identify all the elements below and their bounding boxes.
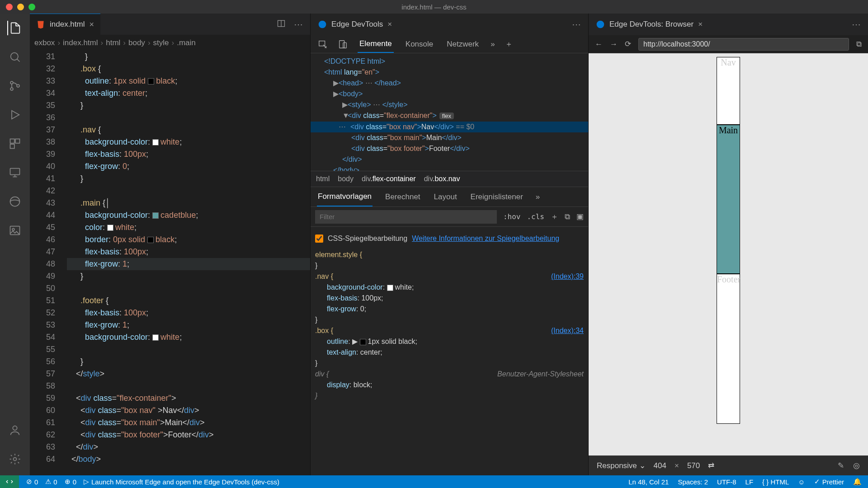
prettier-status[interactable]: ✓ Prettier (814, 478, 844, 486)
forward-icon[interactable]: → (610, 40, 618, 49)
svg-rect-17 (343, 42, 346, 48)
open-external-icon[interactable]: ⧉ (856, 40, 862, 49)
run-debug-icon[interactable] (8, 108, 22, 122)
remote-explorer-icon[interactable] (8, 165, 22, 180)
browser-tab[interactable]: Edge DevTools: Browser × (589, 14, 710, 35)
close-icon[interactable]: × (698, 20, 703, 29)
language-mode[interactable]: { } HTML (762, 478, 789, 486)
mirror-label: CSS-Spiegelbearbeitung (328, 233, 407, 244)
image-icon[interactable] (8, 223, 22, 238)
hov-toggle[interactable]: :hov (503, 212, 521, 221)
dom-breadcrumb[interactable]: htmlbodydiv.flex-containerdiv.box.nav (311, 171, 588, 187)
screenshot-icon[interactable]: ✎ (838, 461, 844, 470)
dom-crumb[interactable]: body (338, 175, 354, 183)
eol[interactable]: LF (745, 478, 754, 486)
indent-setting[interactable]: Spaces: 2 (678, 478, 708, 486)
breadcrumb-item[interactable]: body (128, 38, 145, 47)
dom-crumb[interactable]: div.flex-container (362, 175, 416, 183)
explorer-icon[interactable] (7, 21, 22, 35)
console-tab[interactable]: Konsole (404, 36, 435, 52)
breadcrumb-item[interactable]: index.html (63, 38, 98, 47)
device-select[interactable]: Responsive ⌄ (597, 461, 646, 470)
editor-tab-index[interactable]: index.html × (30, 14, 100, 35)
warnings-count[interactable]: ⚠ 0 (45, 478, 57, 486)
notifications-icon[interactable]: 🔔 (853, 478, 862, 486)
editor-pane: index.html × ⋯ exbox›index.html›html›bod… (30, 14, 310, 475)
settings-icon[interactable]: ◎ (853, 461, 860, 470)
network-tab[interactable]: Netzwerk (445, 36, 481, 52)
encoding[interactable]: UTF-8 (717, 478, 736, 486)
rotate-icon[interactable]: ⇄ (708, 461, 714, 470)
minimize-window-button[interactable] (17, 4, 24, 10)
devtools-tab[interactable]: Edge DevTools × (311, 14, 399, 35)
style-subtab[interactable]: Formatvorlagen (317, 188, 373, 206)
edge-icon[interactable] (8, 194, 22, 209)
breadcrumb-item[interactable]: .main (177, 38, 196, 47)
browser-pane: Edge DevTools: Browser × ⋯ ← → ⟳ ⧉ Nav M… (588, 14, 868, 475)
breadcrumb-item[interactable]: style (153, 38, 169, 47)
mirror-info-link[interactable]: Weitere Informationen zur Spiegelbearbei… (412, 233, 559, 244)
more-icon[interactable]: ⋯ (294, 19, 304, 30)
close-window-button[interactable] (6, 4, 13, 10)
more-icon[interactable]: ⋯ (572, 19, 582, 29)
devtools-pane: Edge DevTools × ⋯ Elemente Konsole Netzw… (310, 14, 588, 475)
dom-tree[interactable]: <!DOCTYPE html><html lang="en">▶<head> ⋯… (311, 53, 588, 171)
svg-point-8 (10, 197, 20, 206)
cursor-position[interactable]: Ln 48, Col 21 (628, 478, 669, 486)
box-icon[interactable]: ▣ (576, 212, 584, 221)
device-toolbar: Responsive ⌄ 404 × 570 ⇄ ✎ ◎ (589, 455, 868, 475)
pin-icon[interactable]: ⧉ (565, 212, 570, 221)
viewport-height[interactable]: 570 (687, 461, 700, 470)
window-title: index.html — dev-css (401, 3, 466, 11)
svg-point-18 (597, 21, 604, 28)
browser-navbar: ← → ⟳ ⧉ (589, 35, 868, 53)
ports-count[interactable]: ⊕ 0 (65, 478, 76, 486)
close-icon[interactable]: × (89, 20, 94, 29)
inspect-icon[interactable] (318, 39, 328, 49)
style-subtab[interactable]: Layout (433, 188, 458, 206)
search-icon[interactable] (8, 50, 22, 64)
style-subtab[interactable]: Ereignislistener (470, 188, 524, 206)
filter-input[interactable] (315, 210, 497, 224)
dom-crumb[interactable]: div.box.nav (424, 175, 460, 183)
more-icon[interactable]: ⋯ (852, 19, 862, 29)
svg-point-3 (17, 84, 19, 87)
remote-button[interactable] (0, 475, 19, 488)
svg-point-1 (10, 81, 13, 84)
svg-point-11 (13, 426, 17, 430)
chevron-right-icon[interactable]: » (536, 192, 540, 202)
viewport-width[interactable]: 404 (654, 461, 666, 470)
plus-icon[interactable]: ＋ (505, 39, 513, 49)
reload-icon[interactable]: ⟳ (625, 39, 631, 49)
breadcrumb[interactable]: exbox›index.html›html›body›style›.main (30, 35, 310, 51)
device-icon[interactable] (338, 39, 348, 49)
url-input[interactable] (638, 38, 849, 51)
style-subtab[interactable]: Berechnet (384, 188, 421, 206)
editor-tabs: index.html × ⋯ (30, 14, 310, 35)
maximize-window-button[interactable] (28, 4, 35, 10)
extensions-icon[interactable] (8, 136, 22, 151)
split-editor-icon[interactable] (277, 19, 286, 30)
svg-point-12 (14, 458, 17, 461)
settings-gear-icon[interactable] (8, 452, 22, 466)
launch-edge-button[interactable]: ▷ Launch Microsoft Edge and open the Edg… (84, 478, 279, 486)
account-icon[interactable] (8, 423, 22, 437)
chevron-right-icon[interactable]: » (491, 40, 495, 49)
mirror-checkbox[interactable] (315, 235, 323, 243)
breadcrumb-item[interactable]: html (106, 38, 120, 47)
elements-tab[interactable]: Elemente (358, 36, 394, 53)
edge-icon (318, 20, 327, 29)
live-share-icon[interactable]: ☺ (798, 478, 805, 486)
cls-toggle[interactable]: .cls (527, 212, 544, 221)
code-editor[interactable]: 3132333435363738394041424344454647484950… (30, 51, 310, 475)
errors-count[interactable]: ⊘ 0 (26, 478, 38, 486)
plus-icon[interactable]: ＋ (551, 211, 558, 222)
svg-rect-6 (10, 144, 14, 148)
styles-pane[interactable]: CSS-Spiegelbearbeitung Weitere Informati… (311, 227, 588, 475)
breadcrumb-item[interactable]: exbox (34, 38, 55, 47)
back-icon[interactable]: ← (595, 40, 603, 49)
svg-point-10 (12, 228, 14, 230)
dom-crumb[interactable]: html (316, 175, 330, 183)
source-control-icon[interactable] (8, 79, 22, 93)
close-icon[interactable]: × (387, 20, 392, 29)
